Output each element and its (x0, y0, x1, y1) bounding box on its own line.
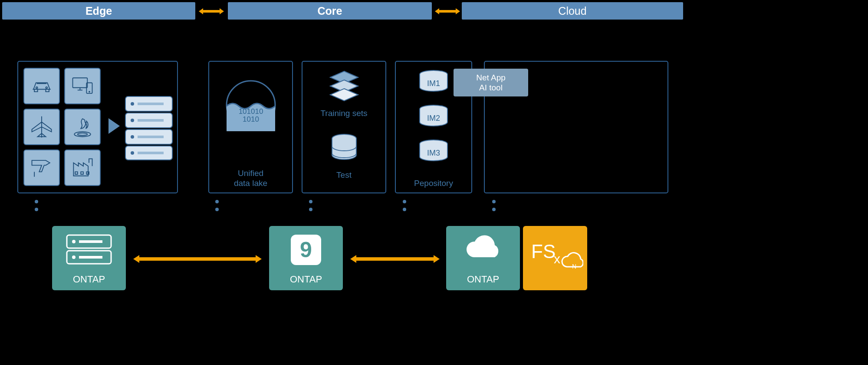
source-camera-icon (23, 149, 60, 186)
svg-rect-2 (73, 78, 88, 88)
source-monitor-mobile-icon (64, 68, 101, 104)
ontap-version-badge: 9 (291, 235, 321, 265)
ontap-core-label: ONTAP (290, 274, 322, 285)
connector-dots-lake (215, 200, 219, 211)
arrow-ontap-core-cloud-icon (349, 254, 441, 265)
svg-text:1010: 1010 (243, 115, 259, 123)
repo-item-im3: IM3 (417, 139, 450, 164)
data-lake-icon: 101010 1010 (225, 79, 277, 131)
svg-text:N: N (572, 263, 576, 270)
connector-dots-train (309, 200, 312, 211)
connector-dots-cloud (492, 200, 496, 211)
svg-rect-30 (79, 240, 102, 243)
ontap-cloud-card: ONTAP (446, 226, 520, 290)
panel-data-lake: 101010 1010 Unified data lake (208, 61, 293, 193)
header-edge: Edge (2, 2, 195, 20)
training-label: Training sets (302, 109, 385, 118)
svg-point-11 (131, 102, 134, 106)
test-database-icon (329, 133, 359, 164)
ontap-core-card: 9 ONTAP (269, 226, 343, 290)
header-cloud: Cloud (462, 2, 683, 20)
svg-rect-12 (138, 103, 164, 105)
ontap-server-icon (52, 226, 126, 274)
edge-server-icon (125, 96, 173, 163)
svg-point-4 (89, 91, 90, 92)
svg-point-17 (131, 151, 134, 155)
svg-point-13 (131, 119, 134, 122)
repo-item-im2: IM2 (417, 104, 450, 129)
svg-point-0 (36, 87, 38, 89)
svg-text:FS: FS (531, 241, 556, 262)
source-airplane-icon (23, 109, 60, 145)
repo-item-im1: IM1 (417, 70, 450, 95)
svg-rect-16 (138, 136, 164, 138)
arrow-ontap-edge-core-icon (132, 254, 263, 265)
netapp-ai-tool-card: Net App AI tool (454, 69, 528, 96)
svg-text:x: x (554, 252, 560, 266)
play-arrow-icon (108, 118, 120, 134)
fsx-card: FS x N (523, 226, 587, 290)
svg-rect-32 (79, 256, 102, 259)
source-car-icon (23, 68, 60, 104)
panel-training-test: Training sets Test (302, 61, 386, 193)
svg-point-5 (74, 132, 91, 136)
header-core: Core (228, 2, 432, 20)
training-sets-icon (327, 70, 362, 104)
svg-point-1 (46, 87, 47, 89)
panel-edge (17, 61, 178, 193)
connector-dots-repo (403, 200, 406, 211)
data-lake-label: Unified data lake (209, 168, 292, 188)
ontap-cloud-label: ONTAP (467, 274, 499, 285)
source-factory-icon (64, 149, 101, 186)
test-label: Test (302, 170, 385, 180)
ontap-edge-label: ONTAP (73, 274, 105, 285)
arrow-edge-core-icon (198, 7, 225, 15)
svg-point-31 (72, 256, 76, 259)
svg-rect-18 (138, 152, 164, 154)
svg-point-6 (78, 133, 88, 136)
arrow-core-cloud-icon (434, 7, 461, 15)
ontap-edge-card: ONTAP (52, 226, 126, 290)
connector-dots-edge (35, 200, 38, 211)
svg-point-15 (131, 135, 134, 139)
svg-point-29 (72, 240, 76, 243)
source-fire-icon (64, 109, 101, 145)
repository-label: Pepository (396, 178, 471, 188)
svg-rect-14 (138, 119, 164, 122)
ontap-cloud-icon (446, 226, 520, 274)
svg-text:101010: 101010 (238, 107, 263, 116)
